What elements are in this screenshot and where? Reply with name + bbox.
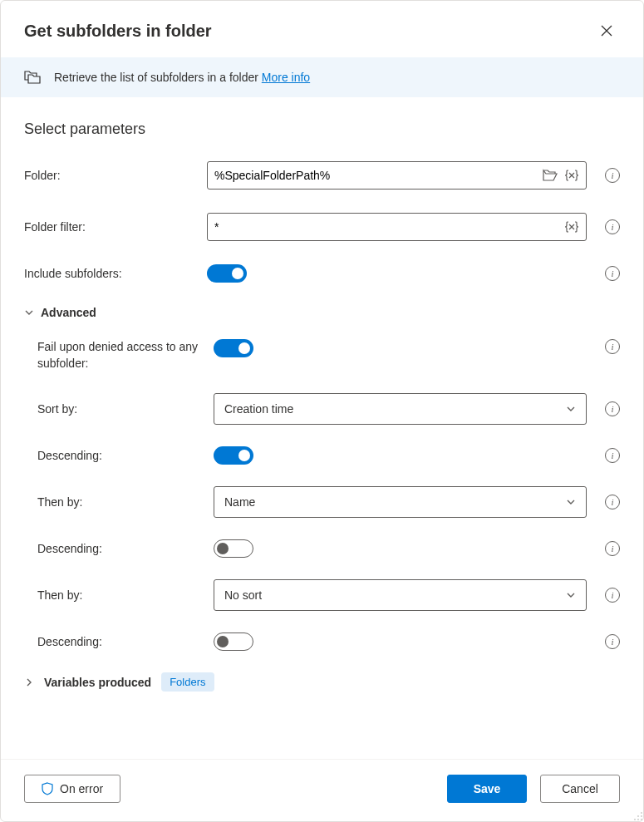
folder-filter-label: Folder filter: [24,220,207,234]
filter-variable-picker-icon[interactable] [564,220,579,234]
cancel-button[interactable]: Cancel [540,775,620,803]
then-by2-info-icon[interactable]: i [605,588,620,603]
then-by2-row: Then by: No sort i [37,579,620,611]
folder-info-icon[interactable]: i [605,168,620,183]
then-by1-row: Then by: Name i [37,486,620,518]
folder-label: Folder: [24,169,207,182]
toggle-knob [217,543,229,554]
folder-stack-icon [24,69,42,86]
then-by1-info-icon[interactable]: i [605,495,620,509]
footer-right-buttons: Save Cancel [447,775,620,803]
dialog-header: Get subfolders in folder [1,1,643,57]
descending2-row: Descending: i [37,539,620,558]
toggle-knob [238,450,250,461]
dialog: Get subfolders in folder Retrieve the li… [0,0,644,822]
include-subfolders-label: Include subfolders: [24,267,207,280]
variables-produced-label: Variables produced [44,676,151,689]
sort-by-label: Sort by: [37,402,214,416]
svg-point-8 [641,815,642,817]
fail-denied-info-icon[interactable]: i [605,339,620,354]
variable-pill[interactable]: Folders [161,672,214,692]
include-subfolders-toggle[interactable] [207,264,247,283]
svg-point-11 [641,819,642,820]
folder-row: Folder: [24,161,620,190]
descending2-info-icon[interactable]: i [605,541,620,556]
chevron-down-icon [566,404,576,414]
save-button[interactable]: Save [447,775,527,803]
fail-denied-row: Fail upon denied access to any subfolder… [37,339,620,372]
folder-filter-input-wrapper [207,213,587,241]
chevron-down-icon [566,590,576,600]
then-by1-label: Then by: [37,495,214,509]
resize-grip-icon[interactable] [632,810,644,822]
more-info-link[interactable]: More info [262,71,310,84]
sort-by-value: Creation time [224,402,293,416]
descending1-row: Descending: i [37,446,620,465]
sort-by-row: Sort by: Creation time i [37,393,620,425]
dialog-title: Get subfolders in folder [24,22,212,41]
descending3-label: Descending: [37,635,214,648]
svg-point-6 [641,812,642,814]
folder-browse-icon[interactable] [543,169,558,182]
then-by2-select[interactable]: No sort [214,579,587,611]
sort-by-select[interactable]: Creation time [214,393,587,425]
folder-filter-row: Folder filter: i [24,213,620,241]
chevron-down-icon [566,497,576,507]
shield-icon [42,782,53,795]
then-by2-value: No sort [224,588,262,602]
folder-filter-input[interactable] [214,220,558,234]
svg-point-9 [634,819,636,820]
chevron-right-icon [24,677,34,687]
fail-denied-label: Fail upon denied access to any subfolder… [37,339,214,372]
info-banner: Retrieve the list of subfolders in a fol… [1,57,643,97]
then-by2-label: Then by: [37,588,214,602]
descending1-label: Descending: [37,449,214,462]
dialog-footer: On error Save Cancel [1,759,643,821]
svg-point-7 [637,815,639,817]
close-icon [601,25,612,37]
include-subfolders-row: Include subfolders: i [24,264,620,283]
fail-denied-toggle[interactable] [214,339,253,357]
sort-by-info-icon[interactable]: i [605,401,620,416]
toggle-knob [232,268,243,279]
on-error-button[interactable]: On error [24,775,120,803]
variables-produced-row[interactable]: Variables produced Folders [24,672,620,692]
dialog-content: Select parameters Folder: [1,97,643,759]
advanced-content: Fail upon denied access to any subfolder… [24,339,620,651]
banner-text: Retrieve the list of subfolders in a fol… [54,71,310,84]
then-by1-value: Name [224,495,255,509]
svg-point-10 [637,819,639,820]
toggle-knob [217,636,229,647]
toggle-knob [238,342,250,354]
then-by1-select[interactable]: Name [214,486,587,518]
folder-input-wrapper [207,161,587,190]
section-title: Select parameters [24,121,620,138]
variable-picker-icon[interactable] [564,169,579,182]
folder-input[interactable] [214,169,536,182]
descending1-toggle[interactable] [214,446,253,465]
descending1-info-icon[interactable]: i [605,448,620,463]
descending2-label: Descending: [37,542,214,555]
descending3-row: Descending: i [37,632,620,651]
include-subfolders-info-icon[interactable]: i [605,266,620,281]
descending3-info-icon[interactable]: i [605,634,620,649]
chevron-down-icon [24,308,34,317]
descending3-toggle[interactable] [214,632,253,651]
filter-info-icon[interactable]: i [605,219,620,234]
close-button[interactable] [593,17,620,44]
advanced-header[interactable]: Advanced [24,306,620,319]
descending2-toggle[interactable] [214,539,253,558]
